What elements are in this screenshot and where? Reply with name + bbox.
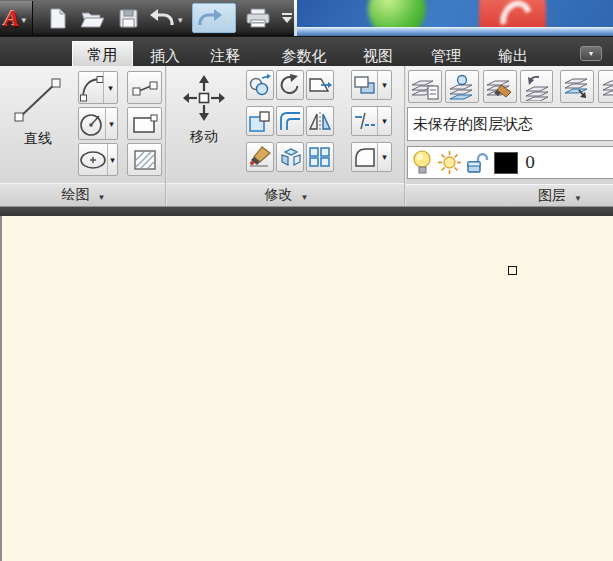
redo-button[interactable] [196, 5, 223, 31]
drawing-canvas[interactable] [0, 216, 613, 561]
undo-button[interactable] [149, 5, 176, 31]
layer-on-bulb-icon[interactable] [411, 149, 434, 176]
layer-match-button[interactable] [483, 70, 517, 103]
chevron-down-icon [19, 9, 28, 27]
draw-order-dropdown-arrow[interactable] [377, 71, 391, 99]
layer-name: 0 [525, 153, 535, 172]
rectangle-button[interactable] [127, 107, 162, 140]
rotate-button[interactable] [276, 70, 304, 100]
tab-output[interactable]: 输出 [485, 45, 541, 67]
layer-unlock-icon[interactable] [465, 151, 491, 175]
explode-button[interactable] [276, 142, 304, 172]
tab-annotate[interactable]: 注释 [197, 45, 253, 67]
fillet-icon [353, 146, 377, 168]
layer-make-current-icon [447, 73, 477, 101]
arc-icon [79, 74, 103, 102]
modify-panel-footer[interactable]: 修改 [167, 183, 406, 206]
qat-customize-button[interactable] [280, 5, 294, 31]
undo-history-arrow-icon[interactable] [176, 9, 184, 27]
arc-dropdown-arrow[interactable] [103, 72, 117, 103]
print-button[interactable] [245, 5, 271, 31]
tab-view[interactable]: 视图 [350, 45, 406, 67]
undo-icon [149, 8, 176, 28]
layers-panel: 未保存的图层状态 [406, 66, 613, 206]
fillet-button[interactable] [351, 142, 392, 172]
layer-state-dropdown[interactable]: 未保存的图层状态 [407, 107, 613, 141]
rotate-icon [279, 74, 301, 96]
tab-parametric[interactable]: 参数化 [268, 45, 340, 67]
new-file-button[interactable] [47, 5, 68, 31]
circle-icon [79, 111, 105, 137]
stretch-button[interactable] [306, 70, 334, 100]
array-button[interactable] [306, 142, 334, 172]
tab-manage[interactable]: 管理 [418, 45, 474, 67]
move-button-label: 移动 [190, 128, 218, 146]
offset-button[interactable] [276, 106, 304, 136]
open-button[interactable] [80, 5, 106, 31]
autocad-logo-icon: A [4, 7, 19, 30]
erase-button[interactable] [246, 142, 274, 172]
draw-order-button[interactable] [351, 70, 392, 100]
layer-dropdown[interactable]: 0 [407, 146, 613, 179]
copy-icon [248, 74, 272, 96]
panel-expand-arrow-icon [301, 186, 309, 204]
layer-isolate-button[interactable] [560, 70, 594, 103]
layer-make-current-button[interactable] [445, 70, 479, 103]
tab-insert[interactable]: 插入 [137, 45, 193, 67]
trim-button[interactable] [351, 106, 392, 136]
mirror-button[interactable] [306, 106, 334, 136]
line-button-label: 直线 [24, 130, 52, 148]
tab-home[interactable]: 常用 [72, 41, 133, 68]
ribbon-options-button[interactable] [580, 46, 602, 61]
ellipse-dropdown-arrow[interactable] [107, 144, 117, 175]
redo-icon [196, 8, 223, 28]
layer-thaw-sun-icon[interactable] [437, 150, 462, 175]
save-button[interactable] [118, 5, 139, 31]
open-folder-icon [80, 8, 106, 29]
draw-order-icon [353, 75, 377, 96]
application-menu-button[interactable]: A [0, 1, 33, 35]
move-button[interactable]: 移动 [172, 70, 236, 184]
ellipse-icon [79, 149, 107, 171]
print-icon [245, 7, 271, 29]
trim-dropdown-arrow[interactable] [377, 107, 391, 135]
polyline-button[interactable] [127, 71, 162, 104]
line-button[interactable]: 直线 [4, 70, 72, 184]
circle-dropdown-arrow[interactable] [105, 108, 117, 139]
ellipse-button[interactable] [78, 143, 118, 176]
scale-button[interactable] [246, 106, 274, 136]
layers-panel-footer[interactable]: 图层 [406, 184, 613, 206]
arc-button[interactable] [78, 71, 118, 104]
autocad-window: A [0, 0, 613, 561]
layer-unisolate-icon [600, 73, 613, 101]
stretch-icon [308, 74, 332, 96]
layer-properties-button[interactable] [408, 70, 442, 103]
crosshair-pickbox [508, 266, 517, 275]
redo-button-highlight [192, 3, 236, 33]
draw-panel-footer[interactable]: 绘图 [0, 183, 167, 206]
ribbon: 直线 [0, 66, 613, 206]
offset-icon [278, 110, 302, 132]
array-icon [308, 146, 332, 168]
panel-expand-arrow-icon [98, 186, 106, 204]
layer-previous-icon [522, 73, 552, 101]
panel-expand-arrow-icon [574, 187, 582, 205]
title-bar: A [0, 0, 613, 36]
save-icon [118, 8, 139, 29]
layer-properties-icon [410, 73, 440, 101]
hatch-button[interactable] [127, 143, 162, 176]
quick-access-toolbar: A [0, 0, 294, 37]
copy-button[interactable] [246, 70, 274, 100]
modify-panel-label: 修改 [265, 186, 293, 204]
circle-button[interactable] [78, 107, 118, 140]
fillet-dropdown-arrow[interactable] [377, 143, 391, 171]
layer-unisolate-button[interactable] [598, 70, 613, 103]
layer-previous-button[interactable] [520, 70, 553, 103]
polyline-icon [131, 78, 159, 98]
layer-color-swatch[interactable] [494, 152, 518, 174]
toolbar-overflow-icon [280, 12, 294, 24]
move-icon [183, 74, 225, 124]
window-edge-highlight [294, 0, 297, 36]
redo-history-arrow-icon[interactable] [223, 9, 232, 27]
draw-panel: 直线 [0, 66, 167, 206]
